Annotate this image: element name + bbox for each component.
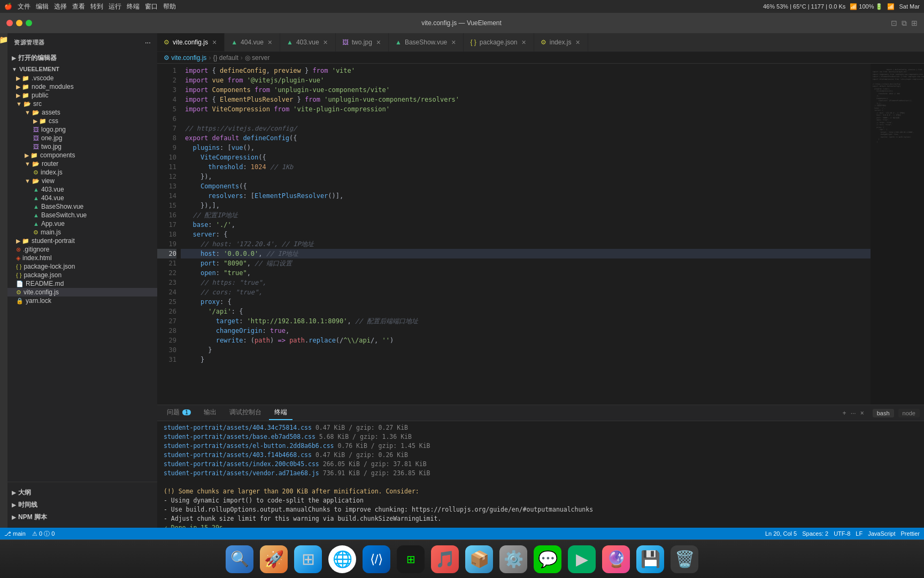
- menu-file[interactable]: 文件: [18, 2, 30, 11]
- status-ln-col[interactable]: Ln 20, Col 5: [765, 530, 797, 537]
- tab-close-baseshow[interactable]: ×: [450, 38, 457, 47]
- status-branch[interactable]: ⎇ main: [4, 530, 26, 537]
- menu-window[interactable]: 窗口: [145, 2, 158, 11]
- tree-item-two-jpg[interactable]: 🖼 two.jpg: [7, 142, 157, 151]
- tree-item-403[interactable]: ▲ 403.vue: [7, 185, 157, 194]
- tree-item-node-modules[interactable]: ▶ 📁 node_modules: [7, 82, 157, 91]
- status-spaces[interactable]: Spaces: 2: [802, 530, 828, 537]
- status-formatter[interactable]: Prettier: [901, 530, 920, 537]
- panel-tab-terminal[interactable]: 终端: [269, 406, 292, 420]
- status-eol[interactable]: LF: [856, 530, 863, 537]
- tab-package-json[interactable]: { } package.json ×: [464, 33, 534, 51]
- tab-close-vite[interactable]: ×: [211, 38, 218, 47]
- tree-item-src[interactable]: ▼ 📂 src: [7, 100, 157, 108]
- dock-preferences[interactable]: ⚙️: [499, 545, 527, 573]
- apple-menu[interactable]: 🍎: [4, 3, 12, 10]
- tree-item-router-index[interactable]: ⚙ index.js: [7, 168, 157, 177]
- tree-item-vscode[interactable]: ▶ 📁 .vscode: [7, 74, 157, 82]
- close-button[interactable]: [6, 20, 13, 26]
- status-errors[interactable]: ⚠ 0 ⓘ 0: [32, 530, 55, 538]
- tab-close-idx[interactable]: ×: [574, 38, 581, 47]
- outline-section[interactable]: ▶ 大纲: [7, 486, 157, 499]
- tab-vite-config[interactable]: ⚙ vite.config.js ×: [157, 33, 225, 51]
- dock-appstore2[interactable]: 📦: [465, 545, 493, 573]
- dock-iqiyi[interactable]: ▶: [568, 545, 596, 573]
- menu-select[interactable]: 选择: [54, 2, 67, 11]
- breadcrumb-file[interactable]: ⚙ vite.config.js: [164, 54, 206, 62]
- tab-close-two[interactable]: ×: [375, 38, 382, 47]
- maximize-button[interactable]: [26, 20, 32, 26]
- tab-close-403[interactable]: ×: [322, 38, 329, 47]
- dock-chrome[interactable]: 🌐: [328, 545, 356, 573]
- panel-node[interactable]: node: [898, 409, 920, 417]
- tab-close-pkg[interactable]: ×: [521, 38, 527, 47]
- tree-item-css[interactable]: ▶ 📁 css: [7, 117, 157, 125]
- panel-close[interactable]: ×: [860, 409, 864, 417]
- tree-item-vite-config[interactable]: ⚙ vite.config.js: [7, 288, 157, 296]
- breadcrumb-default[interactable]: {} default: [213, 54, 238, 62]
- tree-item-index-html[interactable]: ◈ index.html: [7, 254, 157, 262]
- tree-item-readme[interactable]: 📄 README.md: [7, 279, 157, 288]
- tree-item-assets[interactable]: ▼ 📂 assets: [7, 108, 157, 117]
- tree-item-404[interactable]: ▲ 404.vue: [7, 194, 157, 202]
- tab-two-jpg[interactable]: 🖼 two.jpg ×: [336, 33, 389, 51]
- dock-finder[interactable]: 🔍: [226, 545, 253, 573]
- dock-files[interactable]: 💾: [636, 545, 664, 573]
- code-editor[interactable]: 12345 678910 1112131415 16171819 20 2122…: [157, 64, 924, 405]
- dock-trash[interactable]: 🗑️: [671, 545, 698, 573]
- tree-item-view[interactable]: ▼ 📂 view: [7, 177, 157, 185]
- dock-vscode[interactable]: ⟨/⟩: [363, 545, 390, 573]
- tree-item-student-portrait[interactable]: ▶ 📁 student-portrait: [7, 237, 157, 245]
- menu-goto[interactable]: 转到: [90, 2, 103, 11]
- tree-item-mainjs[interactable]: ⚙ main.js: [7, 228, 157, 237]
- root-folder[interactable]: ▼ VUEELEMENT: [7, 64, 157, 74]
- panel-tab-output[interactable]: 输出: [198, 406, 222, 420]
- status-lang[interactable]: JavaScript: [868, 530, 895, 537]
- tree-item-yarn-lock[interactable]: 🔒 yarn.lock: [7, 296, 157, 305]
- tab-index-js[interactable]: ⚙ index.js ×: [534, 33, 588, 51]
- status-encoding[interactable]: UTF-8: [834, 530, 850, 537]
- dock-wechat[interactable]: 💬: [534, 545, 561, 573]
- dock-launchpad[interactable]: 🚀: [260, 545, 288, 573]
- menu-help[interactable]: 帮助: [163, 2, 176, 11]
- tree-item-app[interactable]: ▲ App.vue: [7, 219, 157, 228]
- menu-view[interactable]: 查看: [72, 2, 85, 11]
- tree-item-logo[interactable]: 🖼 logo.png: [7, 125, 157, 134]
- timeline-section[interactable]: ▶ 时间线: [7, 499, 157, 511]
- menu-run[interactable]: 运行: [109, 2, 121, 11]
- panel-tab-debug[interactable]: 调试控制台: [224, 406, 267, 420]
- expand-icon[interactable]: ⊞: [911, 19, 918, 27]
- tree-item-package-json[interactable]: { } package.json: [7, 271, 157, 279]
- tree-item-public[interactable]: ▶ 📁 public: [7, 91, 157, 100]
- tab-close-404[interactable]: ×: [267, 38, 273, 47]
- panel-add[interactable]: +: [843, 409, 846, 417]
- dock-terminal[interactable]: ⊞: [397, 545, 425, 573]
- minimize-button[interactable]: [16, 20, 22, 26]
- panel-bash[interactable]: bash: [873, 409, 894, 417]
- activity-files[interactable]: 📁: [0, 35, 8, 44]
- code-content[interactable]: import { defineConfig, preview } from 'v…: [181, 64, 871, 405]
- menu-edit[interactable]: 编辑: [36, 2, 49, 11]
- tree-item-baseswitch[interactable]: ▲ BaseSwitch.vue: [7, 211, 157, 219]
- panel-tab-problems[interactable]: 问题 1: [161, 406, 196, 420]
- tree-item-gitignore[interactable]: ⊗ .gitignore: [7, 245, 157, 254]
- tree-item-baseshow[interactable]: ▲ BaseShow.vue: [7, 202, 157, 211]
- tab-403[interactable]: ▲ 403.vue ×: [280, 33, 336, 51]
- dock-appstore[interactable]: ⊞: [294, 545, 322, 573]
- tree-item-package-lock[interactable]: { } package-lock.json: [7, 262, 157, 271]
- sidebar-header-menu[interactable]: ···: [145, 40, 151, 46]
- layout-icon[interactable]: ⊡: [891, 19, 897, 27]
- menu-terminal[interactable]: 终端: [127, 2, 140, 11]
- tree-item-components[interactable]: ▶ 📁 components: [7, 151, 157, 159]
- tab-404[interactable]: ▲ 404.vue ×: [225, 33, 280, 51]
- panel-menu[interactable]: ···: [851, 409, 856, 417]
- dock-music[interactable]: 🎵: [431, 545, 459, 573]
- terminal-content[interactable]: student-portrait/assets/404.34c75814.css…: [157, 421, 924, 528]
- split-icon[interactable]: ⧉: [902, 19, 907, 28]
- tab-baseshow[interactable]: ▲ BaseShow.vue ×: [389, 33, 464, 51]
- open-editors-section[interactable]: ▶ 打开的编辑器: [7, 52, 157, 64]
- breadcrumb-server[interactable]: ◎ server: [245, 54, 270, 62]
- tree-item-router[interactable]: ▼ 📂 router: [7, 159, 157, 168]
- dock-quicklook[interactable]: 🔮: [602, 545, 630, 573]
- npm-section[interactable]: ▶ NPM 脚本: [7, 511, 157, 523]
